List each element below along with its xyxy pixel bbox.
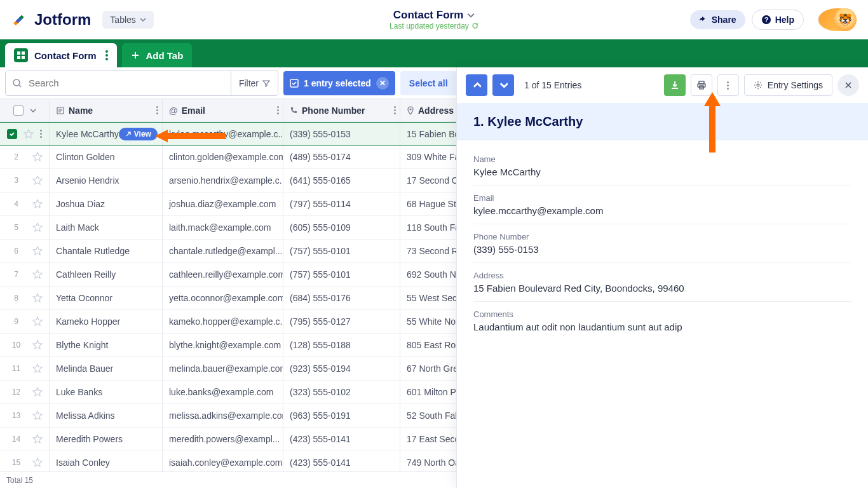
row-checkbox[interactable] (7, 129, 17, 139)
row-menu-icon[interactable] (40, 130, 42, 138)
cell-email[interactable]: blythe.knight@example.com (163, 334, 283, 356)
star-icon[interactable] (32, 222, 43, 233)
cell-name[interactable]: Meredith Powers (50, 428, 163, 451)
cell-phone[interactable]: (795) 555-0127 (283, 310, 400, 333)
column-menu-icon[interactable] (156, 106, 158, 114)
star-icon[interactable] (32, 269, 43, 280)
clear-selection-button[interactable]: ✕ (376, 77, 389, 90)
cell-email[interactable]: isaiah.conley@example.com (163, 451, 283, 474)
cell-phone[interactable]: (423) 555-0141 (283, 428, 400, 451)
select-all-checkbox[interactable] (13, 105, 24, 116)
field-value: kylee.mccarthy@example.com (473, 205, 851, 216)
cell-phone[interactable]: (797) 555-0114 (283, 193, 400, 215)
plus-icon (131, 51, 140, 60)
cell-email[interactable]: kylee.mccarthy@example.c... (163, 123, 283, 145)
cell-email[interactable]: melissa.adkins@example.com (163, 404, 283, 427)
cell-name[interactable]: Luke Banks (50, 381, 163, 403)
star-icon[interactable] (32, 458, 43, 468)
star-icon[interactable] (32, 152, 43, 162)
star-icon[interactable] (32, 199, 43, 209)
view-button[interactable]: View (119, 128, 158, 140)
help-icon: ? (761, 15, 771, 25)
tab-contact-form[interactable]: Contact Form (5, 43, 117, 67)
refresh-icon[interactable] (471, 22, 478, 29)
next-entry-button[interactable] (492, 74, 514, 96)
cell-email[interactable]: kameko.hopper@example.c... (163, 310, 283, 333)
cell-phone[interactable]: (684) 555-0176 (283, 287, 400, 309)
cell-phone[interactable]: (963) 555-0191 (283, 404, 400, 427)
more-menu-button[interactable] (717, 74, 739, 96)
cell-email[interactable]: melinda.bauer@example.com (163, 357, 283, 380)
star-icon[interactable] (32, 340, 43, 350)
cell-name[interactable]: Joshua Diaz (50, 193, 163, 215)
prev-entry-button[interactable] (466, 74, 487, 96)
chevron-down-icon[interactable] (30, 107, 36, 114)
cell-phone[interactable]: (757) 555-0101 (283, 240, 400, 262)
table-footer: Total 15 (0, 471, 456, 488)
select-all-button[interactable]: Select all (400, 71, 457, 95)
cell-name[interactable]: Cathleen Reilly (50, 263, 163, 286)
star-icon[interactable] (32, 387, 43, 397)
star-icon[interactable] (32, 410, 43, 421)
form-title[interactable]: Contact Form (390, 9, 478, 22)
cell-phone[interactable]: (323) 555-0102 (283, 381, 400, 403)
svg-point-12 (410, 108, 412, 110)
column-header-name[interactable]: Name (50, 99, 163, 121)
add-tab-button[interactable]: Add Tab (122, 43, 193, 67)
cell-name[interactable]: Blythe Knight (50, 334, 163, 356)
column-menu-icon[interactable] (394, 106, 396, 114)
cell-name[interactable]: Isaiah Conley (50, 451, 163, 474)
cell-phone[interactable]: (757) 555-0101 (283, 263, 400, 286)
cell-name[interactable]: Kameko Hopper (50, 310, 163, 333)
cell-phone[interactable]: (339) 555-0153 (283, 123, 400, 145)
cell-phone[interactable]: (923) 555-0194 (283, 357, 400, 380)
star-icon[interactable] (32, 293, 43, 303)
cell-name[interactable]: Melissa Adkins (50, 404, 163, 427)
cell-email[interactable]: laith.mack@example.com (163, 216, 283, 239)
cell-name[interactable]: Chantale Rutledge (50, 240, 163, 262)
cell-email[interactable]: arsenio.hendrix@example.c... (163, 169, 283, 192)
star-icon[interactable] (32, 175, 43, 186)
cell-name[interactable]: Laith Mack (50, 216, 163, 239)
user-avatar[interactable]: 🐯 (818, 8, 857, 31)
download-button[interactable] (664, 74, 686, 96)
entry-settings-button[interactable]: Entry Settings (744, 74, 832, 96)
cell-email[interactable]: clinton.golden@example.com (163, 146, 283, 168)
star-icon[interactable] (32, 363, 43, 374)
cell-email[interactable]: meredith.powers@exampl... (163, 428, 283, 451)
cell-email[interactable]: cathleen.reilly@example.com (163, 263, 283, 286)
cell-email[interactable]: luke.banks@example.com (163, 381, 283, 403)
row-controls: 12 (0, 381, 50, 403)
cell-phone[interactable]: (128) 555-0188 (283, 334, 400, 356)
jotform-logo[interactable]: Jotform (11, 11, 91, 29)
column-header-email[interactable]: @ Email (163, 99, 283, 121)
cell-phone[interactable]: (641) 555-0165 (283, 169, 400, 192)
close-panel-button[interactable] (837, 74, 859, 96)
star-icon[interactable] (32, 246, 43, 256)
help-button[interactable]: ? Help (752, 10, 804, 30)
column-header-phone[interactable]: Phone Number (283, 99, 400, 121)
filter-button[interactable]: Filter (231, 71, 278, 95)
cell-email[interactable]: chantale.rutledge@exampl... (163, 240, 283, 262)
print-button[interactable] (691, 74, 712, 96)
column-menu-icon[interactable] (277, 106, 279, 114)
tab-menu-icon[interactable] (105, 50, 108, 60)
cell-phone[interactable]: (489) 555-0174 (283, 146, 400, 168)
share-label: Share (712, 15, 736, 25)
cell-email[interactable]: joshua.diaz@example.com (163, 193, 283, 215)
cell-email[interactable]: yetta.oconnor@example.com (163, 287, 283, 309)
share-button[interactable]: Share (690, 10, 745, 29)
star-icon[interactable] (32, 434, 43, 444)
cell-name[interactable]: Yetta Oconnor (50, 287, 163, 309)
cell-phone[interactable]: (423) 555-0141 (283, 451, 400, 474)
search-input[interactable] (6, 71, 157, 95)
tables-dropdown[interactable]: Tables (102, 11, 153, 29)
top-right: Share ? Help 🐯 (690, 8, 857, 31)
cell-name[interactable]: Melinda Bauer (50, 357, 163, 380)
star-icon[interactable] (32, 316, 43, 327)
cell-name[interactable]: Arsenio Hendrix (50, 169, 163, 192)
cell-phone[interactable]: (605) 555-0109 (283, 216, 400, 239)
star-icon[interactable] (24, 129, 34, 139)
cell-name[interactable]: Clinton Golden (50, 146, 163, 168)
cell-name[interactable]: Kylee McCarthyView (50, 123, 163, 145)
